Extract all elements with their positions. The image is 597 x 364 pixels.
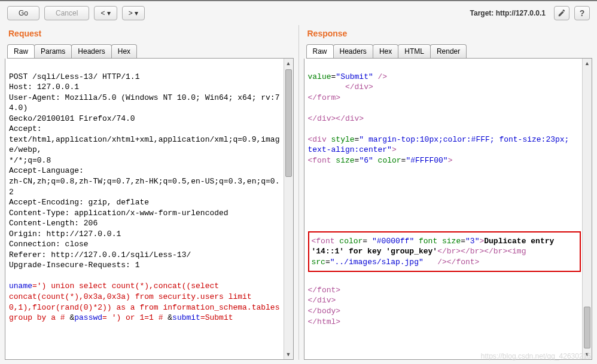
- error-highlight-box: <font color= "#0000ff" font size="3">Dup…: [308, 231, 581, 273]
- go-button[interactable]: Go: [7, 6, 39, 20]
- target-label: Target: http://127.0.0.1: [470, 9, 546, 17]
- request-tabs: Raw Params Headers Hex: [7, 44, 294, 59]
- toolbar: Go Cancel < ▾ > ▾ Target: http://127.0.0…: [0, 1, 597, 25]
- scroll-up-icon[interactable]: ▲: [583, 59, 592, 68]
- response-panel: Response Raw Headers Hex HTML Render val…: [299, 25, 598, 360]
- request-editor[interactable]: POST /sqli/Less-13/ HTTP/1.1 Host: 127.0…: [5, 59, 293, 359]
- scroll-thumb[interactable]: [584, 307, 590, 348]
- pencil-icon: [558, 9, 566, 17]
- request-editor-wrap: POST /sqli/Less-13/ HTTP/1.1 Host: 127.0…: [5, 59, 294, 360]
- prev-button[interactable]: < ▾: [94, 6, 117, 20]
- tab-raw-resp[interactable]: Raw: [306, 44, 334, 58]
- request-panel: Request Raw Params Headers Hex POST /sql…: [0, 25, 298, 360]
- tab-headers[interactable]: Headers: [71, 44, 111, 58]
- scroll-thumb[interactable]: [285, 69, 292, 177]
- tab-html-resp[interactable]: HTML: [398, 44, 431, 58]
- tab-headers-resp[interactable]: Headers: [333, 44, 373, 58]
- response-title: Response: [304, 25, 593, 44]
- request-title: Request: [5, 25, 294, 44]
- response-scrollbar[interactable]: ▲ ▼: [582, 59, 592, 359]
- next-button[interactable]: > ▾: [122, 6, 145, 20]
- tab-raw[interactable]: Raw: [7, 44, 35, 58]
- cancel-button[interactable]: Cancel: [44, 6, 89, 20]
- tab-render-resp[interactable]: Render: [430, 44, 467, 58]
- scroll-up-icon[interactable]: ▲: [284, 59, 293, 68]
- watermark: https://blog.csdn.net/qq_42630215: [481, 352, 591, 360]
- request-scrollbar[interactable]: ▲ ▼: [284, 59, 293, 359]
- chevron-right-icon: >: [129, 9, 133, 17]
- chevron-left-icon: <: [100, 9, 105, 17]
- tab-hex[interactable]: Hex: [111, 44, 137, 58]
- scroll-down-icon[interactable]: ▼: [284, 350, 293, 359]
- tab-hex-resp[interactable]: Hex: [373, 44, 398, 58]
- response-tabs: Raw Headers Hex HTML Render: [306, 44, 593, 59]
- tab-params[interactable]: Params: [34, 44, 72, 58]
- question-icon: ?: [580, 8, 585, 18]
- response-editor[interactable]: value="Submit" /> </div> </form> </div><…: [304, 59, 592, 359]
- edit-target-button[interactable]: [554, 6, 569, 20]
- help-button[interactable]: ?: [574, 6, 590, 20]
- response-editor-wrap: value="Submit" /> </div> </form> </div><…: [304, 59, 593, 360]
